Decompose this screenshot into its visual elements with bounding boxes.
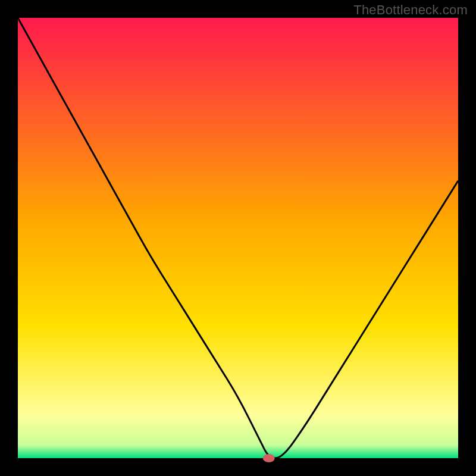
bottleneck-chart (0, 0, 476, 476)
optimum-marker (263, 454, 275, 462)
plot-background (18, 18, 458, 458)
chart-frame: TheBottleneck.com (0, 0, 476, 476)
